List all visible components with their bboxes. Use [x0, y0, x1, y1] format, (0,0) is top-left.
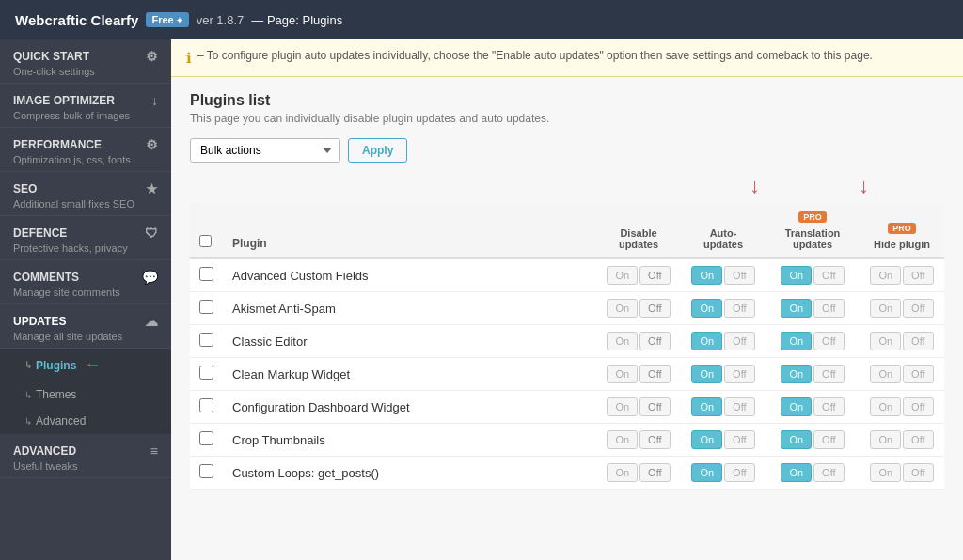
disable-on-btn[interactable]: On — [607, 463, 638, 482]
disable-toggle-cell: On Off — [596, 391, 681, 424]
plugin-name-cell: Advanced Custom Fields — [223, 258, 596, 292]
row-checkbox[interactable] — [199, 333, 213, 347]
row-check-cell — [190, 424, 223, 457]
sidebar-item-defence[interactable]: DEFENCE 🛡 Protective hacks, privacy — [0, 216, 171, 260]
auto-off-btn[interactable]: Off — [724, 365, 754, 383]
auto-off-btn[interactable]: Off — [724, 266, 754, 285]
disable-off-btn[interactable]: Off — [639, 463, 670, 482]
trans-toggle-cell: On Off — [766, 391, 860, 424]
sub-nav-plugins[interactable]: ↳ Plugins ← — [0, 349, 171, 381]
trans-on-btn[interactable]: On — [781, 463, 812, 482]
auto-off-btn[interactable]: Off — [724, 430, 754, 449]
auto-toggle-group: On Off — [690, 397, 756, 416]
trans-off-btn[interactable]: Off — [813, 463, 844, 482]
sub-nav-arrow-icon: ↳ — [24, 360, 32, 370]
hide-on-btn[interactable]: On — [870, 332, 901, 350]
plugin-name-cell: Clean Markup Widget — [223, 358, 596, 391]
auto-on-btn[interactable]: On — [691, 365, 722, 383]
trans-off-btn[interactable]: Off — [813, 430, 844, 449]
auto-on-btn[interactable]: On — [691, 266, 722, 285]
disable-off-btn[interactable]: Off — [639, 397, 670, 416]
auto-on-btn[interactable]: On — [691, 430, 722, 449]
row-check-cell — [190, 258, 223, 292]
sub-nav-themes[interactable]: ↳ Themes — [0, 381, 171, 408]
sidebar-item-advanced[interactable]: ADVANCED ≡ Useful tweaks — [0, 434, 171, 478]
hide-toggle-group: On Off — [869, 299, 935, 318]
row-checkbox[interactable] — [199, 267, 213, 281]
disable-off-btn[interactable]: Off — [639, 430, 670, 449]
hide-off-btn[interactable]: Off — [903, 430, 933, 449]
trans-off-btn[interactable]: Off — [813, 365, 844, 383]
auto-on-btn[interactable]: On — [691, 397, 722, 416]
sidebar-item-updates[interactable]: UPDATES ☁ Manage all site updates — [0, 304, 171, 349]
disable-off-btn[interactable]: Off — [639, 332, 670, 350]
disable-on-btn[interactable]: On — [607, 299, 638, 318]
auto-on-btn[interactable]: On — [691, 332, 722, 350]
row-checkbox[interactable] — [199, 300, 213, 314]
hide-off-btn[interactable]: Off — [903, 299, 933, 318]
trans-on-btn[interactable]: On — [781, 430, 812, 449]
auto-off-btn[interactable]: Off — [724, 332, 754, 350]
auto-on-btn[interactable]: On — [691, 463, 722, 482]
trans-off-btn[interactable]: Off — [813, 266, 844, 285]
auto-toggle-cell: On Off — [681, 325, 766, 358]
trans-on-btn[interactable]: On — [781, 397, 812, 416]
sidebar-item-image-optimizer[interactable]: IMAGE OPTIMIZER ↓ Compress bulk of image… — [0, 84, 171, 128]
sidebar-item-seo[interactable]: SEO ★ Additional small fixes SEO — [0, 172, 171, 216]
hide-off-btn[interactable]: Off — [903, 266, 933, 285]
bulk-actions-select[interactable]: Bulk actions — [190, 138, 340, 163]
hide-on-btn[interactable]: On — [870, 299, 901, 318]
sidebar-item-performance[interactable]: PERFORMANCE ⚙ Optimization js, css, font… — [0, 128, 171, 172]
hide-toggle-cell: On Off — [860, 292, 944, 325]
trans-on-btn[interactable]: On — [781, 266, 812, 285]
trans-off-btn[interactable]: Off — [813, 299, 844, 318]
hide-off-btn[interactable]: Off — [903, 397, 933, 416]
trans-off-btn[interactable]: Off — [813, 332, 844, 350]
hide-on-btn[interactable]: On — [870, 365, 901, 383]
disable-off-btn[interactable]: Off — [639, 299, 670, 318]
disable-on-btn[interactable]: On — [607, 332, 638, 350]
trans-on-btn[interactable]: On — [781, 299, 812, 318]
disable-toggle-cell: On Off — [596, 258, 681, 292]
hide-on-btn[interactable]: On — [870, 430, 901, 449]
auto-off-btn[interactable]: Off — [724, 463, 754, 482]
hide-off-btn[interactable]: Off — [903, 463, 933, 482]
auto-toggle-cell: On Off — [681, 258, 766, 292]
trans-on-btn[interactable]: On — [781, 332, 812, 350]
hide-on-btn[interactable]: On — [870, 266, 901, 285]
disable-on-btn[interactable]: On — [607, 397, 638, 416]
row-checkbox[interactable] — [199, 398, 213, 412]
page-label: — Page: Plugins — [251, 13, 342, 27]
sub-nav-arrow-icon3: ↳ — [24, 416, 32, 427]
auto-toggle-group: On Off — [690, 332, 756, 350]
plugin-name: Crop Thumbnails — [232, 433, 325, 447]
hide-off-btn[interactable]: Off — [903, 365, 933, 383]
auto-on-btn[interactable]: On — [691, 299, 722, 318]
trans-off-btn[interactable]: Off — [813, 397, 844, 416]
disable-toggle-group: On Off — [606, 430, 671, 449]
sidebar-item-quick-start[interactable]: QUICK START ⚙ One-click settings — [0, 39, 171, 84]
disable-off-btn[interactable]: Off — [639, 365, 670, 383]
hide-on-btn[interactable]: On — [870, 397, 901, 416]
sub-nav-advanced[interactable]: ↳ Advanced — [0, 408, 171, 434]
trans-toggle-group: On Off — [775, 463, 850, 482]
sidebar-item-comments[interactable]: COMMENTS 💬 Manage site comments — [0, 260, 171, 304]
disable-off-btn[interactable]: Off — [639, 266, 670, 285]
auto-toggle-group: On Off — [690, 463, 756, 482]
hide-on-btn[interactable]: On — [870, 463, 901, 482]
hide-off-btn[interactable]: Off — [903, 332, 933, 350]
trans-on-btn[interactable]: On — [781, 365, 812, 383]
auto-off-btn[interactable]: Off — [724, 397, 754, 416]
disable-on-btn[interactable]: On — [607, 430, 638, 449]
row-checkbox[interactable] — [199, 366, 213, 380]
auto-off-btn[interactable]: Off — [724, 299, 754, 318]
plugin-name: Custom Loops: get_posts() — [232, 466, 379, 480]
disable-on-btn[interactable]: On — [607, 365, 638, 383]
apply-button[interactable]: Apply — [348, 138, 407, 163]
select-all-checkbox[interactable] — [199, 235, 212, 247]
row-checkbox[interactable] — [199, 431, 213, 445]
disable-toggle-cell: On Off — [596, 457, 681, 490]
row-checkbox[interactable] — [199, 464, 213, 478]
auto-toggle-cell: On Off — [681, 391, 766, 424]
disable-on-btn[interactable]: On — [607, 266, 638, 285]
